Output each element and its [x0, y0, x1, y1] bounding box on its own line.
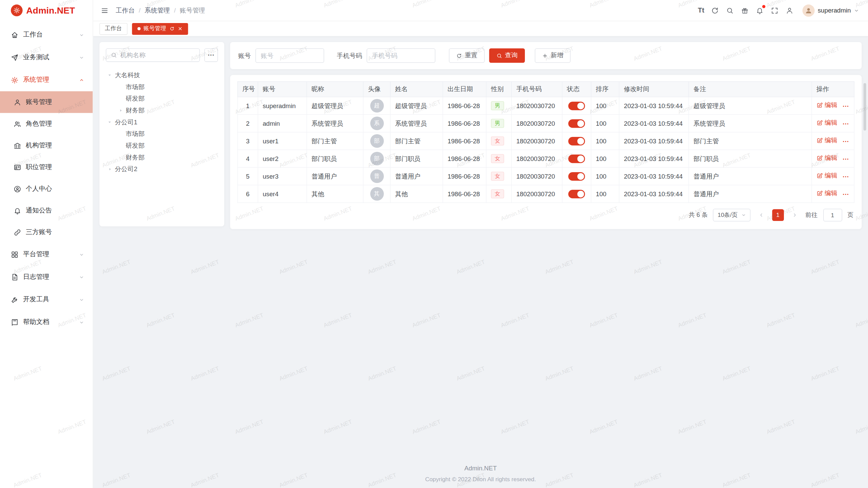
next-page-button[interactable]: [789, 210, 800, 221]
accounts-table: 序号 账号 昵称 头像 姓名 出生日期 性别 手机号码 状态 排序 修改时间: [237, 81, 854, 203]
sidebar: Admin.NET 工作台业务测试系统管理账号管理角色管理机构管理职位管理个人中…: [0, 0, 93, 488]
grid-icon: [11, 250, 19, 258]
tree-node[interactable]: 财务部: [106, 104, 218, 116]
caret-icon[interactable]: [106, 165, 114, 173]
caret-spacer: [117, 141, 125, 149]
tree-node[interactable]: 市场部: [106, 81, 218, 93]
prev-page-button[interactable]: [756, 210, 767, 221]
sidebar-item-system-management[interactable]: 系统管理: [0, 69, 93, 92]
org-search-row: ···: [106, 48, 218, 62]
scrollbar-thumb[interactable]: [864, 83, 866, 130]
phone-input[interactable]: [367, 48, 435, 63]
cell-remark: 超级管理员: [689, 97, 812, 115]
tree-node[interactable]: 研发部: [106, 140, 218, 151]
tree-node[interactable]: 市场部: [106, 128, 218, 140]
status-toggle[interactable]: [568, 119, 585, 128]
sidebar-item-third-party-account[interactable]: 三方账号: [0, 221, 93, 243]
cell-status: [562, 97, 591, 115]
table-header-row: 序号 账号 昵称 头像 姓名 出生日期 性别 手机号码 状态 排序 修改时间: [238, 82, 854, 97]
cell-modified: 2023-01-03 10:59:44: [619, 115, 689, 132]
phone-label: 手机号码: [337, 51, 362, 60]
cell-actions: 编辑···: [812, 115, 854, 132]
row-more-button[interactable]: ···: [843, 190, 849, 198]
col-header-avatar: 头像: [363, 82, 390, 97]
sidebar-item-help-docs[interactable]: 帮助文档: [0, 311, 93, 333]
app-logo[interactable]: Admin.NET: [0, 0, 93, 21]
reset-button[interactable]: 重置: [449, 48, 485, 63]
edit-button[interactable]: 编辑: [816, 171, 837, 180]
user-menu[interactable]: superadmin: [802, 4, 859, 17]
user-icon: [14, 98, 21, 106]
account-input[interactable]: [255, 48, 324, 63]
sidebar-item-org-management[interactable]: 机构管理: [0, 135, 93, 156]
search-button[interactable]: 查询: [489, 48, 525, 63]
col-header-modified: 修改时间: [619, 82, 689, 97]
add-button[interactable]: 新增: [535, 48, 570, 63]
status-toggle[interactable]: [568, 102, 585, 110]
row-more-button[interactable]: ···: [843, 102, 849, 109]
status-toggle[interactable]: [568, 155, 585, 163]
col-header-name: 姓名: [390, 82, 443, 97]
sidebar-item-notice[interactable]: 通知公告: [0, 200, 93, 221]
edit-button[interactable]: 编辑: [816, 101, 837, 109]
sidebar-item-log-management[interactable]: 日志管理: [0, 266, 93, 288]
refresh-circle-icon[interactable]: [711, 6, 719, 15]
goto-page-input[interactable]: [823, 209, 842, 221]
edit-button[interactable]: 编辑: [816, 154, 837, 162]
caret-icon[interactable]: [106, 118, 114, 126]
search-icon[interactable]: [726, 6, 734, 15]
sidebar-item-workbench[interactable]: 工作台: [0, 23, 93, 46]
sidebar-item-role-management[interactable]: 角色管理: [0, 113, 93, 135]
row-more-button[interactable]: ···: [843, 173, 849, 180]
sidebar-item-account-management[interactable]: 账号管理: [0, 91, 93, 113]
tree-node[interactable]: 分公司1: [106, 116, 218, 128]
status-toggle[interactable]: [568, 190, 585, 198]
sidebar-item-position-management[interactable]: 职位管理: [0, 156, 93, 178]
breadcrumb-system-management[interactable]: 系统管理: [145, 6, 170, 15]
tab-refresh-icon[interactable]: [169, 26, 174, 31]
fullscreen-icon[interactable]: [771, 6, 779, 15]
tab-account-management[interactable]: 账号管理: [132, 23, 188, 35]
edit-button[interactable]: 编辑: [816, 136, 837, 145]
chevron-down-icon: [79, 251, 84, 257]
status-toggle[interactable]: [568, 172, 585, 181]
row-more-button[interactable]: ···: [843, 155, 849, 162]
edit-button[interactable]: 编辑: [816, 119, 837, 127]
breadcrumb-workbench[interactable]: 工作台: [116, 6, 135, 15]
row-avatar: 超: [370, 99, 383, 113]
tab-active-dot: [137, 27, 140, 30]
org-search-input[interactable]: [120, 52, 195, 59]
sidebar-item-business-test[interactable]: 业务测试: [0, 46, 93, 69]
cell-name: 系统管理员: [390, 115, 443, 132]
card-icon: [14, 163, 21, 171]
menu-collapse-icon[interactable]: [100, 6, 108, 15]
tab-close-icon[interactable]: [177, 26, 182, 31]
notification-bell-icon[interactable]: [756, 6, 764, 15]
tree-node[interactable]: 财务部: [106, 151, 218, 163]
tree-node[interactable]: 大名科技: [106, 69, 218, 81]
row-more-button[interactable]: ···: [843, 138, 849, 145]
sidebar-item-platform-management[interactable]: 平台管理: [0, 243, 93, 266]
tree-node-label: 大名科技: [114, 71, 140, 79]
tree-node[interactable]: 研发部: [106, 93, 218, 104]
col-header-order: 排序: [591, 82, 619, 97]
row-more-button[interactable]: ···: [843, 120, 849, 127]
profile-icon[interactable]: [786, 6, 794, 15]
status-toggle[interactable]: [568, 137, 585, 145]
caret-icon[interactable]: [117, 106, 125, 114]
cell-order: 100: [591, 167, 619, 185]
sidebar-item-dev-tools[interactable]: 开发工具: [0, 288, 93, 311]
org-more-button[interactable]: ···: [204, 48, 218, 62]
tree-node-label: 市场部: [125, 82, 145, 91]
user-avatar: [802, 4, 814, 17]
font-size-icon[interactable]: Tt: [698, 6, 704, 15]
theme-icon[interactable]: [741, 6, 749, 15]
tab-workbench[interactable]: 工作台: [99, 23, 127, 35]
sidebar-item-personal-center[interactable]: 个人中心: [0, 178, 93, 200]
page-size-select[interactable]: 10条/页: [713, 209, 750, 221]
edit-button[interactable]: 编辑: [816, 189, 837, 198]
caret-icon[interactable]: [106, 71, 114, 79]
tabs-bar: 工作台 账号管理: [93, 21, 868, 36]
page-1-button[interactable]: 1: [772, 209, 784, 221]
tree-node[interactable]: 分公司2: [106, 163, 218, 175]
